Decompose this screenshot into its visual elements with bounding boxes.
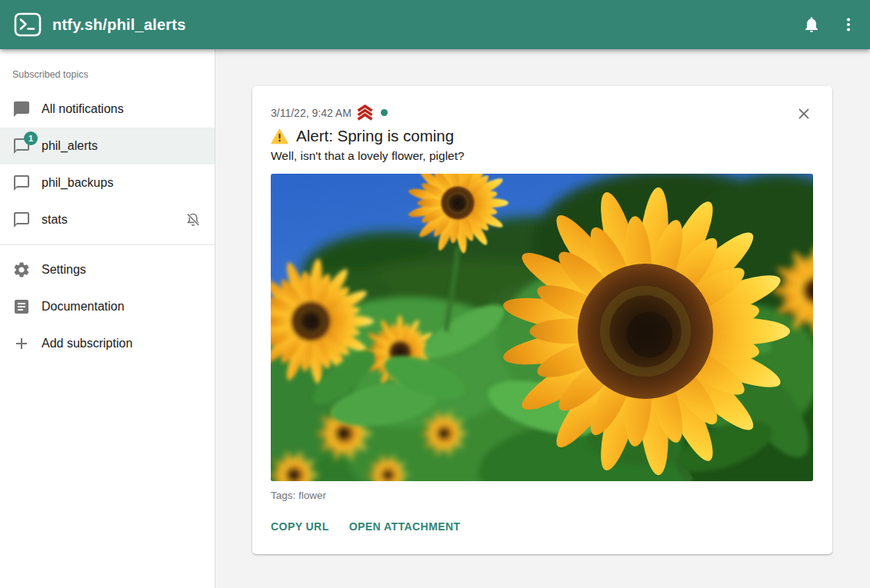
chat-bubble-outline-icon: 1: [12, 137, 31, 155]
chat-bubble-outline-icon: [12, 211, 31, 229]
article-icon: [12, 297, 31, 316]
priority-max-icon: [356, 105, 374, 121]
main-content: 3/11/22, 9:42 AM Alert: Spring is coming: [215, 49, 870, 588]
close-notification-button[interactable]: [788, 98, 819, 129]
chat-bubble-filled-icon: [12, 100, 31, 118]
sidebar-item-label: stats: [42, 213, 68, 227]
notification-card: 3/11/22, 9:42 AM Alert: Spring is coming: [252, 86, 832, 554]
sidebar-item-label: phil_backups: [42, 176, 113, 190]
sidebar-item-documentation[interactable]: Documentation: [0, 288, 215, 325]
unread-dot: [381, 109, 388, 116]
sidebar-item-add-subscription[interactable]: Add subscription: [0, 325, 215, 362]
sidebar-item-label: Settings: [42, 263, 86, 277]
sidebar-section-label: Subscribed topics: [0, 61, 215, 91]
sidebar-item-phil-alerts[interactable]: 1 phil_alerts: [0, 128, 215, 164]
sidebar-divider: [0, 244, 215, 245]
sidebar-item-label: Add subscription: [42, 337, 132, 350]
notification-tags: Tags: flower: [271, 490, 814, 501]
plus-icon: [12, 334, 31, 353]
notification-title-row: Alert: Spring is coming: [271, 127, 814, 145]
sidebar-item-phil-backups[interactable]: phil_backups: [0, 164, 215, 201]
copy-url-button[interactable]: COPY URL: [271, 517, 329, 536]
notifications-button[interactable]: [796, 9, 827, 40]
bell-icon: [802, 15, 821, 34]
gear-icon: [12, 261, 31, 279]
sidebar-item-label: All notifications: [42, 102, 124, 116]
attachment-image-sunflowers[interactable]: [271, 174, 813, 481]
sidebar-item-all-notifications[interactable]: All notifications: [0, 91, 215, 128]
unread-count-badge: 1: [24, 131, 38, 145]
kebab-menu-icon: [839, 15, 858, 34]
close-icon: [796, 106, 812, 121]
sidebar: Subscribed topics All notifications 1 ph…: [0, 49, 215, 588]
notification-title: Alert: Spring is coming: [296, 127, 454, 145]
sidebar-item-settings[interactable]: Settings: [0, 251, 215, 288]
notification-meta: 3/11/22, 9:42 AM: [271, 105, 814, 121]
notification-timestamp: 3/11/22, 9:42 AM: [271, 107, 352, 119]
app-bar: ntfy.sh/phil_alerts: [0, 0, 870, 49]
overflow-menu-button[interactable]: [833, 9, 864, 40]
app-title: ntfy.sh/phil_alerts: [52, 16, 185, 34]
notifications-muted-icon: [184, 211, 202, 229]
app-logo-terminal-icon: [14, 12, 42, 37]
warning-emoji-icon: [271, 128, 288, 145]
sidebar-item-label: Documentation: [42, 300, 125, 314]
chat-bubble-outline-icon: [12, 174, 31, 192]
sidebar-item-label: phil_alerts: [42, 139, 98, 153]
open-attachment-button[interactable]: OPEN ATTACHMENT: [349, 517, 461, 536]
notification-actions: COPY URL OPEN ATTACHMENT: [271, 517, 814, 536]
sidebar-item-stats[interactable]: stats: [0, 201, 215, 238]
notification-body: Well, isn't that a lovely flower, piglet…: [271, 149, 814, 163]
